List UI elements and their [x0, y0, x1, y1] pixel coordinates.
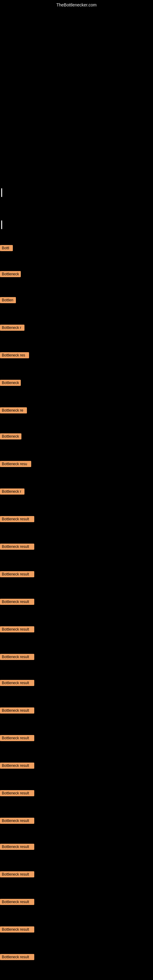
bottleneck-result-item[interactable]: Bottleneck result: [0, 762, 34, 769]
bottleneck-result-item[interactable]: Bottleneck re: [0, 407, 27, 414]
bottleneck-result-item[interactable]: Bottleneck result: [0, 818, 34, 824]
bottleneck-result-item[interactable]: Bottleneck resu: [0, 461, 31, 467]
cursor-line-2: [1, 221, 2, 229]
bottleneck-result-item[interactable]: Bottleneck result: [0, 844, 34, 850]
bottleneck-result-item[interactable]: Bottleneck result: [0, 516, 34, 522]
bottleneck-result-item[interactable]: Bottleneck res: [0, 352, 29, 358]
bottleneck-result-item[interactable]: Bottleneck result: [0, 790, 34, 796]
bottleneck-result-item[interactable]: Bottleneck result: [0, 735, 34, 741]
bottleneck-result-item[interactable]: Bottleneck result: [0, 544, 34, 550]
bottleneck-result-item[interactable]: Bottleneck: [0, 433, 21, 439]
bottleneck-result-item[interactable]: Bottleneck: [0, 271, 21, 277]
bottleneck-result-item[interactable]: Bottleneck result: [0, 954, 34, 960]
bottleneck-result-item[interactable]: Bottleneck result: [0, 654, 34, 660]
site-title: TheBottlenecker.com: [56, 2, 97, 7]
bottleneck-result-item[interactable]: Bottleneck result: [0, 599, 34, 605]
cursor-line-1: [1, 188, 2, 197]
bottleneck-result-item[interactable]: Bottleneck result: [0, 871, 34, 877]
bottleneck-result-item[interactable]: Bottl: [0, 245, 13, 251]
bottleneck-result-item[interactable]: Bottleneck result: [0, 926, 34, 932]
bottleneck-result-item[interactable]: Bottleneck result: [0, 680, 34, 686]
bottleneck-result-item[interactable]: Bottleneck result: [0, 626, 34, 632]
bottleneck-result-item[interactable]: Bottleneck r: [0, 488, 24, 495]
bottleneck-result-item[interactable]: Bottleneck result: [0, 899, 34, 905]
bottleneck-result-item[interactable]: Bottleneck result: [0, 708, 34, 714]
bottleneck-result-item[interactable]: Bottleneck r: [0, 325, 24, 331]
bottleneck-result-item[interactable]: Bottleneck result: [0, 571, 34, 577]
bottleneck-result-item[interactable]: Bottlen: [0, 297, 16, 303]
bottleneck-result-item[interactable]: Bottleneck: [0, 380, 21, 386]
